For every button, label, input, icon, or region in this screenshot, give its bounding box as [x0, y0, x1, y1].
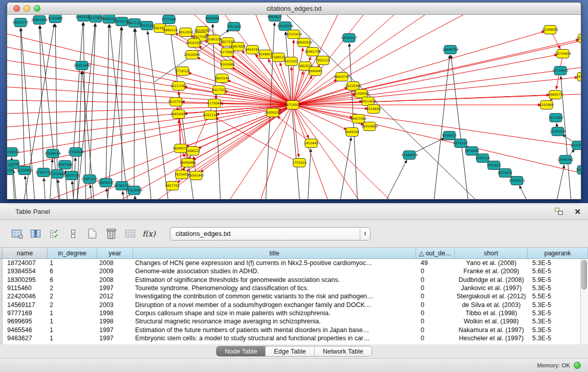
- graph-node[interactable]: 16954903: [361, 122, 378, 131]
- graph-node[interactable]: 8471676: [498, 169, 512, 178]
- tab-node-table[interactable]: Node Table: [216, 346, 266, 356]
- graph-node[interactable]: 8427552: [212, 86, 226, 95]
- graph-node[interactable]: 12923448: [126, 186, 142, 195]
- graph-node[interactable]: 1498222: [186, 147, 200, 156]
- graph-node[interactable]: 16961758: [304, 48, 321, 56]
- new-table-button[interactable]: [85, 227, 99, 241]
- show-column-button[interactable]: [28, 227, 42, 241]
- graph-node[interactable]: 9115460: [48, 15, 62, 23]
- graph-node[interactable]: 7615526: [140, 21, 154, 30]
- table-row[interactable]: 977716911998Corpus callosum shape and si…: [0, 309, 588, 317]
- network-canvas[interactable]: 1405571720891406911546010653287152700294…: [7, 15, 581, 199]
- graph-node[interactable]: 1527002: [89, 15, 103, 23]
- graph-node[interactable]: 8267130: [203, 111, 217, 120]
- graph-node[interactable]: 19218596: [277, 22, 293, 31]
- graph-node[interactable]: 14569117: [341, 34, 357, 42]
- graph-node[interactable]: 7955129: [316, 56, 330, 65]
- close-window-button[interactable]: [13, 5, 20, 12]
- network-window-titlebar[interactable]: citations_edges.txt: [7, 3, 581, 15]
- column-header-name[interactable]: name: [3, 248, 48, 259]
- graph-node[interactable]: 19654903: [170, 110, 187, 119]
- graph-node[interactable]: 7485083: [576, 73, 581, 81]
- graph-node[interactable]: 17046342: [557, 156, 574, 164]
- graph-node[interactable]: 5649506: [345, 128, 359, 137]
- graph-node[interactable]: 16091447: [188, 171, 204, 180]
- column-header-title[interactable]: title: [133, 248, 416, 259]
- graph-node[interactable]: 9097588: [58, 161, 72, 169]
- graph-node[interactable]: 14055717: [12, 18, 29, 27]
- graph-node[interactable]: 12213363: [170, 82, 187, 91]
- table-row[interactable]: 946362711997Embryonic stem cells: a mode…: [0, 334, 588, 342]
- table-row[interactable]: 1456911722003Disruption of a novel membe…: [0, 300, 588, 309]
- import-table-button[interactable]: [123, 227, 137, 241]
- graph-node[interactable]: 10654112: [509, 177, 525, 185]
- table-row[interactable]: 1938455462009Genome-wide association stu…: [0, 267, 588, 275]
- graph-node[interactable]: 25206550: [7, 148, 19, 157]
- graph-node[interactable]: 20891406: [31, 16, 48, 25]
- table-selector-dropdown[interactable]: citations_edges.txt ▲▼: [170, 227, 371, 240]
- graph-node[interactable]: 16099489: [180, 159, 196, 167]
- table-settings-button[interactable]: [9, 227, 24, 241]
- graph-node[interactable]: 4170044: [207, 99, 222, 108]
- graph-node[interactable]: 19384554: [401, 151, 418, 160]
- graph-node[interactable]: 9777169: [162, 15, 176, 24]
- graph-node[interactable]: 9322037: [284, 57, 298, 66]
- graph-node[interactable]: 12103504: [550, 127, 566, 136]
- table-row[interactable]: 1872400712008Changes of HCN gene express…: [0, 259, 588, 267]
- graph-node[interactable]: 9154694: [366, 105, 381, 114]
- column-header-pagerank[interactable]: pagerank: [528, 248, 588, 259]
- column-header-year[interactable]: year: [97, 248, 133, 259]
- graph-node[interactable]: 8186328: [207, 35, 221, 44]
- graph-node[interactable]: 9860128: [163, 26, 178, 35]
- graph-node[interactable]: 3175685: [220, 48, 234, 57]
- graph-node[interactable]: 12213981: [576, 34, 581, 43]
- column-cells-button[interactable]: [66, 227, 80, 241]
- graph-node[interactable]: 1595884: [539, 101, 554, 110]
- table-row[interactable]: 969969511998Structural magnetic resonanc…: [0, 317, 588, 325]
- graph-node[interactable]: 12103441: [570, 141, 581, 150]
- select-columns-button[interactable]: ✓✓: [47, 227, 61, 241]
- graph-node[interactable]: 16812623: [360, 97, 376, 106]
- float-panel-icon[interactable]: [555, 208, 563, 215]
- table-row[interactable]: 911546021997Tourette syndrome. Phenomeno…: [0, 284, 588, 292]
- graph-node[interactable]: 11548081: [542, 26, 558, 34]
- graph-node[interactable]: 9146821: [258, 50, 273, 59]
- graph-node[interactable]: 12164585: [353, 90, 369, 98]
- table-scrollbar-thumb[interactable]: [581, 260, 587, 290]
- graph-node[interactable]: 18957564: [350, 115, 366, 123]
- column-header-short[interactable]: short: [455, 248, 528, 259]
- graph-node[interactable]: 22420046: [184, 51, 200, 59]
- graph-node[interactable]: 1755423: [292, 159, 307, 167]
- graph-node[interactable]: 7625402: [175, 170, 189, 179]
- graph-node[interactable]: 18300295: [265, 108, 281, 117]
- graph-node[interactable]: 9245022: [576, 166, 581, 174]
- graph-node[interactable]: 11156869: [16, 166, 33, 175]
- graph-node[interactable]: 18724007: [285, 101, 301, 110]
- graph-node[interactable]: 7632621: [487, 161, 501, 170]
- graph-node[interactable]: 9463627: [268, 15, 282, 21]
- column-header-in_degree[interactable]: in_degree: [48, 248, 97, 259]
- graph-node[interactable]: 1453445: [304, 139, 318, 148]
- graph-node[interactable]: 9699695: [205, 15, 220, 23]
- graph-node[interactable]: 17957253: [81, 175, 98, 184]
- graph-node[interactable]: 20206556: [45, 149, 61, 158]
- zoom-window-button[interactable]: [34, 5, 40, 12]
- graph-node[interactable]: 1689577: [548, 91, 562, 99]
- graph-node[interactable]: 9242848: [220, 60, 234, 69]
- graph-node[interactable]: 2718120: [176, 67, 190, 76]
- minimize-window-button[interactable]: [24, 5, 30, 12]
- graph-node[interactable]: 8912954: [179, 28, 193, 37]
- graph-node[interactable]: 6879197: [453, 139, 468, 148]
- close-panel-icon[interactable]: ✕: [574, 208, 581, 215]
- graph-node[interactable]: 16648794: [442, 46, 459, 54]
- graph-node[interactable]: 13316361: [345, 82, 361, 91]
- table-scrollbar[interactable]: [580, 259, 588, 344]
- graph-node[interactable]: 9857791: [165, 182, 180, 190]
- graph-node[interactable]: 8990445: [308, 67, 322, 76]
- graph-node[interactable]: 1621483: [549, 114, 563, 122]
- table-row[interactable]: 2242004622012Investigating the contribut…: [0, 292, 588, 300]
- graph-node[interactable]: 16107554: [168, 98, 184, 106]
- graph-node[interactable]: 18640910: [296, 38, 312, 47]
- graph-node[interactable]: 2803144: [215, 74, 229, 83]
- graph-node[interactable]: 8454749: [245, 46, 259, 54]
